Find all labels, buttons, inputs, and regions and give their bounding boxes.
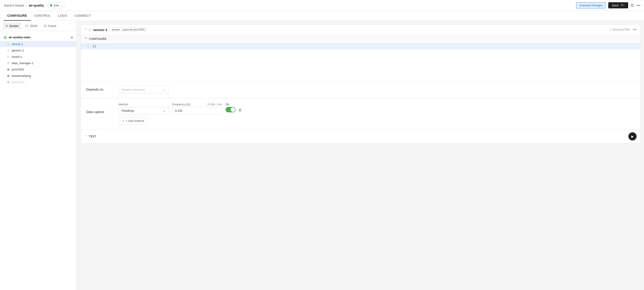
code-content[interactable]: {} bbox=[92, 45, 96, 48]
sidebar-item-label: kasasmartplug bbox=[12, 74, 31, 78]
breadcrumb-current: air-quality bbox=[29, 4, 44, 7]
data-capture-label: Data capture bbox=[86, 103, 113, 114]
toggle-row: 🗑 bbox=[226, 107, 242, 112]
sidebar-item-pms7003[interactable]: ▣ pms7003 bbox=[0, 66, 77, 73]
data-capture-content: Method Readings ⌄ Frequency (hz) 19.98x … bbox=[119, 103, 635, 125]
tab-bar: CONFIGURE CONTROL LOGS CONNECT bbox=[0, 11, 644, 21]
sidebar-item-kasasmartplug[interactable]: ▣ kasasmartplug bbox=[0, 73, 77, 79]
builder-icon: ✕ bbox=[6, 24, 8, 28]
tab-configure[interactable]: CONFIGURE bbox=[4, 11, 31, 21]
sidebar-item-sensor-1[interactable]: ◇ sensor-1 bbox=[0, 41, 77, 47]
sidebar-item-board-1[interactable]: ◇ board-1 bbox=[0, 54, 77, 60]
on-toggle[interactable] bbox=[226, 107, 236, 112]
method-row: Method Readings ⌄ Frequency (hz) 19.98x … bbox=[119, 103, 635, 114]
configure-label: CONFIGURE bbox=[89, 37, 106, 41]
delete-method-icon[interactable]: 🗑 bbox=[238, 108, 242, 112]
sensor-badge-type: sensor bbox=[112, 28, 120, 31]
add-method-button[interactable]: + + Add method bbox=[119, 117, 148, 125]
frequency-rate: 19.98x / min bbox=[207, 103, 222, 106]
depends-on-section: Depends on Search resources ⌄ bbox=[81, 81, 640, 98]
sidebar-section-header[interactable]: ◎ air-quality-main + bbox=[0, 34, 77, 41]
test-run-button[interactable]: ▶ bbox=[628, 132, 636, 140]
live-dot bbox=[50, 4, 52, 7]
on-group: On 🗑 bbox=[226, 103, 242, 112]
sensor-card-header: ⌃ ◇ sensor-1 sensor › joyce:air:pms7003 … bbox=[81, 25, 640, 35]
sidebar-item-process-1[interactable]: ▣ process-1 bbox=[0, 79, 77, 85]
frame-icon: ⊡ bbox=[44, 24, 46, 28]
method-group: Method Readings ⌄ bbox=[119, 103, 168, 114]
sidebar-item-label: sensor-1 bbox=[12, 42, 23, 46]
sensor-badge-model: joyce:air:pms7003 bbox=[123, 28, 144, 31]
unsaved-changes-label: Unsaved changes bbox=[576, 2, 606, 9]
diamond-icon: ◇ bbox=[6, 42, 10, 46]
sidebar-item-generic-1[interactable]: ◇ generic-1 bbox=[0, 47, 77, 54]
toggle-track[interactable] bbox=[226, 107, 236, 112]
content-area: ⌃ ◇ sensor-1 sensor › joyce:air:pms7003 … bbox=[77, 21, 644, 290]
cross-icon: ✦ bbox=[6, 61, 10, 65]
live-badge[interactable]: Live bbox=[48, 3, 65, 8]
frame-label: Frame bbox=[48, 24, 56, 28]
test-section: ⌃ TEST ▶ bbox=[81, 129, 640, 143]
depends-on-label: Depends on bbox=[86, 86, 113, 91]
json-icon: {} bbox=[25, 24, 28, 28]
sidebar: ◎ air-quality-main + ◇ sensor-1 ◇ generi… bbox=[0, 31, 77, 290]
sidebar-item-label: generic-1 bbox=[12, 49, 24, 52]
live-chevron-icon bbox=[60, 4, 63, 7]
sidebar-item-data-manager[interactable]: ✦ data_manager-1 bbox=[0, 60, 77, 66]
frame-tab[interactable]: ⊡ Frame bbox=[41, 23, 59, 29]
code-line-1: 1 {} bbox=[81, 43, 640, 49]
code-area: 1 {} bbox=[81, 43, 640, 49]
method-label: Method bbox=[119, 103, 168, 106]
sidebar-item-label: process-1 bbox=[12, 80, 25, 84]
tab-connect[interactable]: CONNECT bbox=[71, 11, 94, 21]
test-label: TEST bbox=[89, 135, 96, 138]
header-right: Unsaved changes Save ⌘S ⧉ ••• bbox=[576, 2, 640, 9]
collapse-icon[interactable]: ⌃ bbox=[84, 28, 87, 32]
more-options-icon[interactable]: ••• bbox=[636, 4, 640, 8]
doc-icon: ▣ bbox=[6, 68, 10, 71]
diamond-icon-2: ◇ bbox=[6, 49, 10, 52]
frequency-label: Frequency (hz) bbox=[172, 103, 190, 106]
search-placeholder: Search resources bbox=[122, 88, 145, 91]
sensor-badge: sensor › joyce:air:pms7003 bbox=[109, 28, 147, 32]
builder-toolbar: ✕ Builder {} JSON ⊡ Frame bbox=[0, 21, 77, 31]
sidebar-section-title: air-quality-main bbox=[8, 36, 30, 39]
play-icon: ▶ bbox=[631, 135, 634, 138]
tab-logs[interactable]: LOGS bbox=[54, 11, 71, 21]
config-section-header[interactable]: ⌃ CONFIGURE bbox=[81, 35, 640, 43]
breadcrumb-home[interactable]: Joyce's House bbox=[4, 4, 24, 7]
dropdown-chevron-icon: ⌄ bbox=[163, 88, 166, 91]
sidebar-item-label: board-1 bbox=[12, 55, 22, 59]
sidebar-section: ◎ air-quality-main + ◇ sensor-1 ◇ generi… bbox=[0, 33, 77, 86]
doc-icon-3: ▣ bbox=[6, 80, 10, 84]
sensor-title: sensor-1 bbox=[93, 28, 108, 32]
more-btn-icon[interactable]: ••• bbox=[633, 28, 636, 32]
json-label: JSON bbox=[30, 24, 38, 28]
builder-tab[interactable]: ✕ Builder bbox=[3, 23, 21, 29]
test-collapse-icon: ⌃ bbox=[84, 135, 87, 138]
frequency-input[interactable] bbox=[172, 107, 222, 114]
code-spacer bbox=[81, 49, 640, 81]
save-label: Save bbox=[612, 4, 619, 7]
sidebar-item-label: pms7003 bbox=[12, 68, 24, 71]
tab-control[interactable]: CONTROL bbox=[31, 11, 54, 21]
save-shortcut: ⌘S bbox=[620, 4, 624, 7]
breadcrumb-separator bbox=[26, 4, 27, 7]
add-method-label: + Add method bbox=[126, 119, 144, 123]
from-label: ⤢ from pms7003 bbox=[610, 28, 630, 31]
search-resources-dropdown[interactable]: Search resources ⌄ bbox=[119, 86, 168, 93]
on-label: On bbox=[226, 103, 229, 106]
copy-icon[interactable]: ⧉ bbox=[631, 3, 634, 8]
frequency-header: Frequency (hz) 19.98x / min bbox=[172, 103, 222, 106]
add-icon: + bbox=[123, 119, 124, 123]
save-button[interactable]: Save ⌘S bbox=[608, 2, 628, 9]
line-number: 1 bbox=[84, 45, 89, 48]
sensor-card: ⌃ ◇ sensor-1 sensor › joyce:air:pms7003 … bbox=[80, 25, 640, 143]
json-tab[interactable]: {} JSON bbox=[22, 23, 40, 29]
live-status: Live bbox=[54, 4, 59, 7]
data-capture-section: Data capture Method Readings ⌄ bbox=[81, 98, 640, 129]
add-component-icon[interactable]: + bbox=[70, 35, 73, 40]
sensor-diamond-icon: ◇ bbox=[89, 28, 92, 32]
method-select[interactable]: Readings ⌄ bbox=[119, 107, 168, 114]
sensor-header-right: ⤢ from pms7003 ••• bbox=[610, 28, 636, 32]
